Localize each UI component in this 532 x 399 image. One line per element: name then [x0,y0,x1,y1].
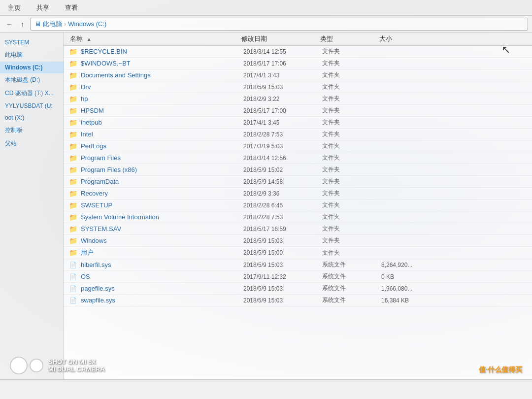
table-row[interactable]: 📁 System Volume Information 2018/2/28 7:… [64,211,532,223]
file-date: 2018/5/9 15:02 [243,166,322,173]
sidebar-item-usbdat[interactable]: YYLYUSBDAT (U: [0,100,64,112]
table-row[interactable]: 📁 Drv 2018/5/9 15:03 文件夹 [64,81,532,93]
sidebar-item-pc[interactable]: 此电脑 [0,48,64,62]
folder-icon: 📁 [68,166,78,174]
table-row[interactable]: 📁 HPSDM 2018/5/17 17:00 文件夹 [64,105,532,117]
brand-watermark: 值·什么值得买 [479,366,522,374]
file-name: inetpub [81,119,243,126]
sidebar-item-local-d[interactable]: 本地磁盘 (D:) [0,73,64,87]
file-name: Program Files (x86) [81,166,243,173]
file-name: Windows [81,237,243,244]
file-size: 0 KB [381,273,435,280]
back-button[interactable]: ← [4,19,15,29]
file-date: 2018/5/9 15:03 [243,297,322,304]
folder-icon: 📁 [68,154,78,162]
table-row[interactable]: 📁 Windows 2018/5/9 15:03 文件夹 [64,235,532,247]
file-size: 1,966,080... [381,285,435,292]
sidebar-item-root-x[interactable]: oot (X:) [0,112,64,124]
table-row[interactable]: 📁 Program Files (x86) 2018/5/9 15:02 文件夹 [64,164,532,176]
file-type: 文件夹 [322,166,381,174]
sidebar-item-winc[interactable]: Windows (C:) [0,62,64,73]
table-row[interactable]: 📄 OS 2017/9/11 12:32 系统文件 0 KB [64,271,532,283]
sys-file-icon: 📄 [68,261,78,269]
file-date: 2018/5/17 17:00 [243,107,322,114]
file-type: 文件夹 [322,142,381,150]
file-type: 系统文件 [322,284,381,293]
table-row[interactable]: 📁 用户 2018/5/9 15:00 文件夹 [64,247,532,259]
file-date: 2017/4/1 3:43 [243,72,322,79]
mi-circles [10,357,43,374]
main-layout: SYSTEM 此电脑 Windows (C:) 本地磁盘 (D:) CD 驱动器… [0,33,532,379]
sidebar-item-system[interactable]: SYSTEM [0,36,64,48]
sidebar-item-control-panel[interactable]: 控制板 [0,124,64,137]
table-row[interactable]: 📁 $RECYCLE.BIN 2018/3/14 12:55 文件夹 [64,46,532,58]
file-date: 2018/5/17 16:59 [243,226,322,233]
file-type: 文件夹 [322,177,381,186]
table-row[interactable]: 📄 swapfile.sys 2018/5/9 15:03 系统文件 16,38… [64,295,532,306]
file-type: 文件夹 [322,47,381,56]
folder-icon: 📁 [68,107,78,115]
table-row[interactable]: 📁 SWSETUP 2018/2/28 6:45 文件夹 [64,200,532,211]
file-name: hiberfil.sys [81,261,243,268]
table-row[interactable]: 📁 PerfLogs 2017/3/19 5:03 文件夹 [64,140,532,152]
table-row[interactable]: 📄 hiberfil.sys 2018/5/9 15:03 系统文件 8,264… [64,259,532,271]
file-name: Intel [81,131,243,138]
col-header-type[interactable]: 类型 [320,34,379,43]
file-date: 2018/5/9 15:03 [243,84,322,91]
sidebar-item-drive-t[interactable]: CD 驱动器 (T:) X... [0,87,64,100]
file-date: 2018/5/9 14:58 [243,178,322,185]
file-type: 文件夹 [322,213,381,221]
file-date: 2018/2/28 7:53 [243,214,322,221]
sort-icon: ▲ [87,36,92,42]
file-date: 2018/3/14 12:55 [243,48,322,55]
table-row[interactable]: 📁 Documents and Settings 2017/4/1 3:43 文… [64,69,532,81]
folder-icon: 📁 [68,190,78,198]
table-row[interactable]: 📁 Program Files 2018/3/14 12:56 文件夹 [64,152,532,164]
table-row[interactable]: 📁 hp 2018/2/9 3:22 文件夹 [64,93,532,105]
menu-view[interactable]: 查看 [62,2,81,13]
col-header-size[interactable]: 大小 [379,34,433,43]
col-header-date[interactable]: 修改日期 [241,34,320,43]
breadcrumb-drive[interactable]: Windows (C:) [68,20,106,28]
table-row[interactable]: 📁 ProgramData 2018/5/9 14:58 文件夹 [64,176,532,188]
file-date: 2018/5/9 15:00 [243,249,322,256]
file-date: 2018/5/9 15:03 [243,285,322,292]
file-size: 8,264,920... [381,262,435,268]
sidebar: SYSTEM 此电脑 Windows (C:) 本地磁盘 (D:) CD 驱动器… [0,33,64,379]
file-type: 文件夹 [322,95,381,103]
table-row[interactable]: 📁 $WINDOWS.~BT 2018/5/17 17:06 文件夹 [64,58,532,69]
file-list: 📁 $RECYCLE.BIN 2018/3/14 12:55 文件夹 📁 $WI… [64,46,532,306]
table-row[interactable]: 📄 pagefile.sys 2018/5/9 15:03 系统文件 1,966… [64,283,532,295]
col-header-name[interactable]: 名称 ▲ [64,34,241,43]
file-name: SYSTEM.SAV [81,225,243,233]
file-type: 文件夹 [322,154,381,162]
circle-small [30,359,43,372]
file-name: 用户 [81,248,243,257]
breadcrumb[interactable]: 🖥 此电脑 › Windows (C:) [30,18,528,31]
file-date: 2018/5/9 15:03 [243,262,322,268]
folder-icon: 📁 [68,48,78,56]
file-name: SWSETUP [81,201,243,209]
file-type: 文件夹 [322,249,381,257]
file-name: $WINDOWS.~BT [81,60,243,67]
breadcrumb-pc[interactable]: 此电脑 [43,20,62,29]
file-type: 文件夹 [322,225,381,233]
table-row[interactable]: 📁 inetpub 2017/4/1 3:45 文件夹 [64,117,532,129]
table-row[interactable]: 📁 SYSTEM.SAV 2018/5/17 16:59 文件夹 [64,223,532,235]
file-name: System Volume Information [81,213,243,221]
folder-icon: 📁 [68,131,78,138]
folder-icon: 📁 [68,119,78,127]
sidebar-item-station[interactable]: 父站 [0,137,64,150]
table-row[interactable]: 📁 Intel 2018/2/28 7:53 文件夹 [64,129,532,140]
sys-file-icon: 📄 [68,273,78,281]
menu-share[interactable]: 共享 [33,2,52,13]
file-date: 2017/3/19 5:03 [243,143,322,150]
file-area: 名称 ▲ 修改日期 类型 大小 📁 $RECYCLE.BIN 2018/3/14… [64,33,532,379]
table-row[interactable]: 📁 Recovery 2018/2/9 3:36 文件夹 [64,188,532,200]
menu-home[interactable]: 主页 [5,2,24,13]
file-date: 2017/9/11 12:32 [243,273,322,280]
sys-file-icon: 📄 [68,297,78,304]
file-date: 2018/5/17 17:06 [243,60,322,67]
folder-icon: 📁 [68,95,78,103]
up-button[interactable]: ↑ [19,19,26,29]
